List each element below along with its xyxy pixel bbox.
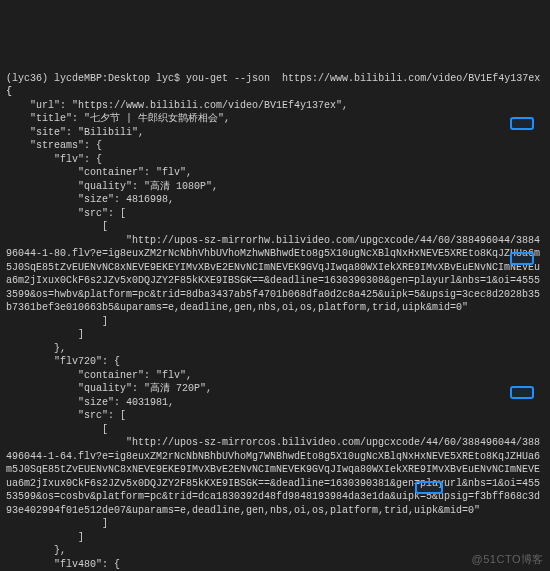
json-title: "title": "七夕节 | 牛郎织女鹊桥相会", [30,113,230,124]
stream-flv-src-label: "src": [ [78,208,126,219]
command-text: you-get --json https://www.bilibili.com/… [186,73,540,84]
bracket-close: ] [78,532,84,543]
json-site: "site": "Bilibili", [30,127,144,138]
stream-flv-url: "http://upos-sz-mirrorhw.bilivideo.com/u… [6,235,540,314]
stream-flv-quality: "quality": "高清 1080P", [78,181,218,192]
bracket-close: ] [78,329,84,340]
terminal-output[interactable]: (lyc36) lycdeMBP:Desktop lyc$ you-get --… [0,54,550,571]
json-streams: "streams": { [30,140,102,151]
prompt-env: (lyc36) [6,73,48,84]
watermark-text: @51CTO博客 [472,552,544,567]
stream-flv480-key: "flv480": { [54,559,120,570]
stream-flv720-key: "flv720": { [54,356,120,367]
bracket-open: [ [102,424,108,435]
bracket-close: ] [102,518,108,529]
brace-close: }, [54,545,66,556]
brace-close: }, [54,343,66,354]
stream-flv720-quality: "quality": "高清 720P", [78,383,212,394]
stream-flv-container: "container": "flv", [78,167,192,178]
stream-flv720-size: "size": 4031981, [78,397,174,408]
stream-flv720-container: "container": "flv", [78,370,192,381]
bracket-open: [ [102,221,108,232]
bracket-close: ] [102,316,108,327]
stream-flv-size: "size": 4816998, [78,194,174,205]
stream-flv720-src-label: "src": [ [78,410,126,421]
prompt-host: lycdeMBP:Desktop [54,73,150,84]
json-url: "url": "https://www.bilibili.com/video/B… [30,100,348,111]
stream-flv-key: "flv": { [54,154,102,165]
prompt-user: lyc$ [156,73,180,84]
stream-flv720-url: "http://upos-sz-mirrorcos.bilivideo.com/… [6,437,540,516]
